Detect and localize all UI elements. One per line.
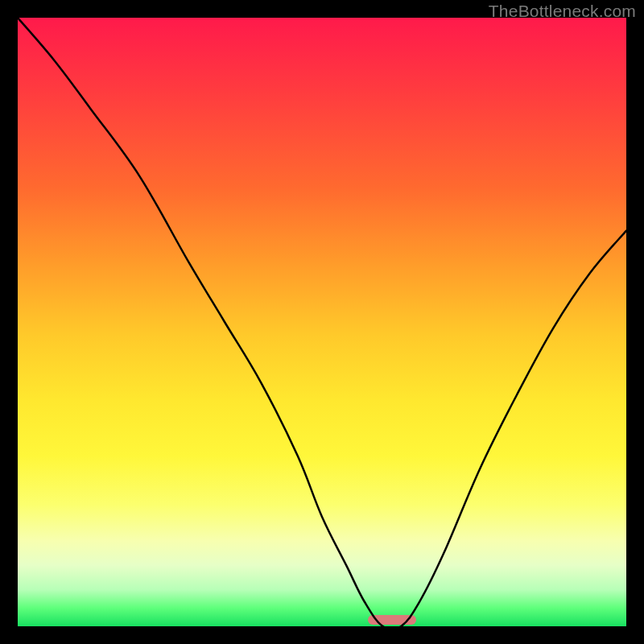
plot-area: [18, 18, 626, 626]
chart-frame: TheBottleneck.com: [0, 0, 644, 644]
bottleneck-curve: [18, 18, 626, 626]
curve-path: [18, 18, 626, 626]
